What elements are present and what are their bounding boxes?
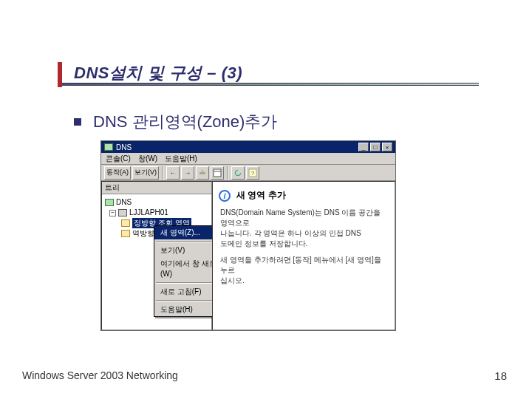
svg-rect-0 [214, 169, 221, 177]
menu-bar: 콘솔(C) 창(W) 도움말(H) [101, 153, 395, 165]
tree-view[interactable]: DNS − LJJLAPH01 정방향 조회 영역 역방향 조회 영역 [102, 194, 211, 242]
collapse-icon[interactable]: − [109, 210, 116, 216]
bullet-text: DNS 관리영역(Zone)추가 [93, 111, 277, 133]
toolbar-props-icon[interactable] [211, 166, 224, 180]
toolbar-forward-button[interactable]: → [181, 166, 194, 180]
menu-window[interactable]: 창(W) [138, 154, 157, 164]
info-line: 십시오. [220, 276, 389, 286]
tree-pane: 트리 DNS − LJJLAPH01 정방향 조회 영역 역방향 조회 [101, 181, 212, 330]
folder-icon [121, 230, 130, 237]
tree-root-label: DNS [116, 197, 132, 208]
window-title: DNS [116, 143, 132, 151]
toolbar-up-icon[interactable] [196, 166, 209, 180]
slide-footer: Windows Server 2003 Networking [22, 369, 178, 381]
folder-icon [121, 219, 130, 227]
slide-title: DNS설치 및 구성 – (3) [74, 62, 242, 84]
tree-root[interactable]: DNS [105, 197, 208, 208]
info-title: 새 영역 추가 [236, 189, 286, 202]
dns-icon [105, 199, 114, 206]
server-icon [118, 209, 127, 216]
menu-refresh-label: 새로 고침(F) [160, 287, 202, 297]
menu-help-label: 도움말(H) [160, 304, 193, 315]
toolbar-back-button[interactable]: ← [166, 166, 180, 180]
window-titlebar: DNS _ □ × [101, 141, 395, 153]
bullet-item: DNS 관리영역(Zone)추가 [74, 111, 277, 133]
dns-console-window: DNS _ □ × 콘솔(C) 창(W) 도움말(H) 동작(A) 보기(V) … [100, 140, 396, 331]
toolbar-refresh-icon[interactable] [231, 166, 245, 180]
menu-help[interactable]: 도움말(H) [165, 154, 197, 164]
close-button[interactable]: × [382, 143, 392, 151]
info-line: DNS(Domain Name System)는 DNS 이름 공간을 영역으로 [220, 208, 389, 228]
tree-server-label: LJJLAPH01 [129, 208, 168, 218]
svg-text:?: ? [251, 170, 255, 177]
bullet-square-icon [74, 118, 81, 126]
toolbar-help-icon[interactable]: ? [246, 166, 259, 180]
title-accent [58, 62, 62, 87]
info-body: DNS(Domain Name System)는 DNS 이름 공간을 영역으로… [219, 208, 389, 286]
toolbar: 동작(A) 보기(V) ← → ? [101, 165, 395, 181]
toolbar-view[interactable]: 보기(V) [132, 166, 159, 180]
info-icon: i [219, 190, 231, 202]
info-line: 새 영역을 추가하려면 [동작] 메뉴에서 [새 영역]을 누르 [220, 255, 389, 276]
menu-view-label: 보기(V) [160, 245, 185, 256]
info-line: 도메인 정보를 저장합니다. [220, 239, 389, 249]
dns-app-icon [104, 143, 113, 151]
tree-server[interactable]: − LJJLAPH01 [105, 208, 208, 218]
toolbar-sep [227, 166, 228, 180]
page-number: 18 [494, 369, 507, 382]
minimize-button[interactable]: _ [358, 143, 369, 151]
window-controls: _ □ × [358, 143, 392, 151]
maximize-button[interactable]: □ [370, 143, 381, 151]
detail-pane: i 새 영역 추가 DNS(Domain Name System)는 DNS 이… [212, 181, 395, 330]
toolbar-sep [162, 166, 163, 180]
menu-new-zone-label: 새 영역(Z)... [160, 228, 200, 238]
menu-console[interactable]: 콘솔(C) [106, 154, 131, 164]
info-line: 나눕니다. 각 영역은 하나 이상의 인접 DNS [220, 228, 389, 239]
toolbar-action[interactable]: 동작(A) [104, 166, 131, 180]
tree-header: 트리 [102, 182, 211, 194]
